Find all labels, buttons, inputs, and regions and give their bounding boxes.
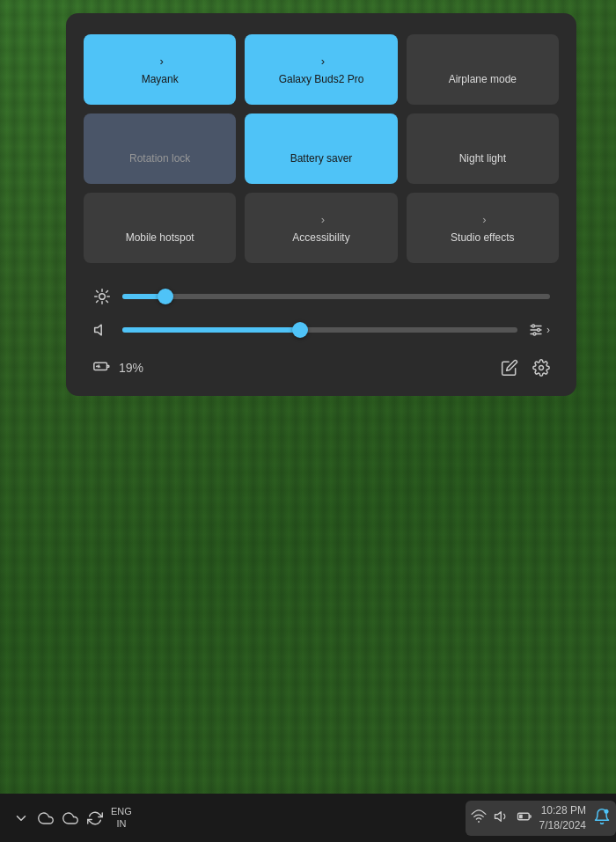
taskbar-left: ENG IN [0, 806, 466, 829]
bluetooth-tile-icon-row: › [318, 55, 325, 68]
settings-button[interactable] [532, 359, 550, 377]
svg-point-28 [532, 325, 535, 327]
brightness-slider-row [92, 288, 550, 305]
bluetooth-chevron: › [321, 55, 325, 68]
taskbar-volume-icon[interactable] [494, 809, 510, 828]
wifi-tile-icon-row: › [156, 55, 163, 68]
airplane-label: Airplane mode [449, 73, 517, 85]
taskbar-lang-bottom: IN [116, 818, 126, 830]
battery-saver-label: Battery saver [290, 152, 353, 165]
svg-point-30 [538, 329, 540, 332]
battery-info: 19% [92, 356, 143, 378]
svg-marker-36 [495, 811, 501, 821]
airplane-tile[interactable]: Airplane mode [407, 34, 559, 105]
bluetooth-label: Galaxy Buds2 Pro [279, 73, 364, 85]
accessibility-chevron: › [321, 213, 325, 226]
panel-bottom: 19% [84, 356, 559, 378]
svg-point-35 [478, 821, 480, 823]
svg-point-34 [539, 365, 544, 370]
brightness-icon [92, 288, 112, 305]
svg-line-20 [97, 291, 99, 293]
quick-settings-panel: › Mayank › Galaxy Buds2 Pro [66, 13, 576, 396]
volume-thumb[interactable] [292, 322, 308, 338]
taskbar-battery-icon[interactable] [517, 809, 532, 828]
battery-status-icon [92, 356, 112, 378]
studio-effects-label: Studio effects [451, 231, 515, 244]
volume-track [122, 327, 517, 333]
studio-effects-chevron: › [482, 213, 486, 226]
studio-effects-tile-icon-row: › [479, 213, 486, 226]
brightness-track [122, 294, 550, 299]
taskbar-notification-icon[interactable] [593, 808, 611, 829]
volume-slider-row: › [92, 321, 550, 339]
rotation-tile[interactable]: Rotation lock [84, 113, 236, 184]
sliders-section: › [84, 288, 559, 339]
night-light-tile[interactable]: Night light [407, 113, 559, 184]
rotation-label: Rotation lock [129, 152, 190, 165]
svg-line-24 [97, 301, 99, 303]
wifi-tile[interactable]: › Mayank [84, 34, 236, 105]
volume-icon [92, 321, 112, 339]
accessibility-tile-icon-row: › [318, 213, 325, 226]
battery-percent-text: 19% [119, 361, 143, 375]
svg-rect-38 [519, 814, 523, 818]
volume-slider[interactable] [122, 327, 517, 333]
svg-point-17 [99, 294, 106, 300]
battery-saver-tile[interactable]: Battery saver [245, 113, 397, 184]
svg-point-39 [605, 809, 609, 813]
svg-line-21 [106, 301, 108, 303]
svg-marker-26 [95, 325, 102, 335]
taskbar-sync-icon[interactable] [86, 809, 104, 827]
wifi-chevron: › [159, 55, 163, 68]
bluetooth-tile[interactable]: › Galaxy Buds2 Pro [245, 34, 397, 105]
edit-button[interactable] [501, 359, 518, 377]
taskbar-cloud-icon[interactable] [37, 809, 55, 827]
accessibility-label: Accessibility [292, 231, 349, 244]
wifi-label: Mayank [142, 73, 179, 85]
studio-effects-tile[interactable]: › Studio effects [407, 193, 559, 263]
taskbar-time: 10:28 PM [541, 803, 586, 818]
taskbar-lang-top: ENG [111, 806, 132, 817]
svg-line-25 [106, 291, 108, 293]
hotspot-label: Mobile hotspot [126, 231, 194, 244]
panel-actions [501, 359, 550, 377]
taskbar: ENG IN [0, 794, 616, 842]
taskbar-cloud2-icon[interactable] [62, 809, 79, 827]
volume-settings-btn[interactable]: › [528, 322, 550, 338]
taskbar-system-tray: 10:28 PM 7/18/2024 [466, 801, 616, 836]
svg-point-32 [533, 333, 536, 335]
taskbar-sys-icons [471, 809, 532, 828]
tile-grid: › Mayank › Galaxy Buds2 Pro [84, 34, 559, 263]
accessibility-tile[interactable]: › Accessibility [245, 193, 397, 263]
taskbar-wifi-icon[interactable] [471, 809, 487, 828]
night-light-label: Night light [459, 152, 506, 165]
brightness-thumb[interactable] [158, 289, 173, 304]
brightness-slider[interactable] [122, 294, 550, 299]
taskbar-chevron-btn[interactable] [12, 809, 30, 827]
taskbar-date: 7/18/2024 [539, 818, 586, 833]
volume-fill [122, 327, 300, 333]
taskbar-datetime[interactable]: 10:28 PM 7/18/2024 [539, 803, 586, 833]
hotspot-tile[interactable]: Mobile hotspot [84, 193, 236, 263]
volume-settings-chevron: › [546, 324, 550, 336]
taskbar-language[interactable]: ENG IN [111, 806, 132, 829]
